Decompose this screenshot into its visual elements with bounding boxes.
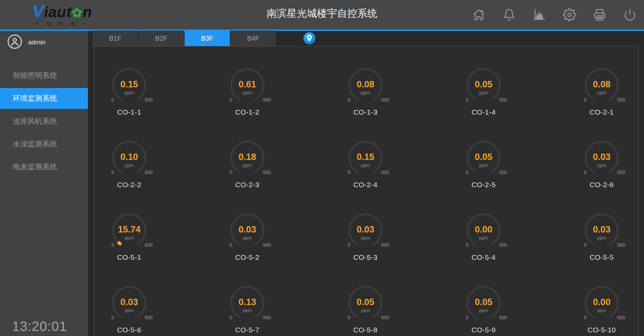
gauge-value: 0.03 xyxy=(593,224,611,235)
gauge-unit: ppm xyxy=(243,235,252,241)
sidebar: admin 智能照明系统环境监测系统送排风机系统水浸监测系统电表监测系统 13:… xyxy=(0,31,88,336)
tab-b3f[interactable]: B3F xyxy=(185,31,230,46)
gauge-label: CO-5-2 xyxy=(235,253,259,261)
gauge-label: CO-1-1 xyxy=(117,108,141,116)
gauge-unit: ppm xyxy=(479,163,488,168)
gauge-max-label: 500 xyxy=(381,242,389,248)
sidebar-item-1[interactable]: 智能照明系统 xyxy=(0,65,88,86)
gauge-dial: 0.03ppm0500 xyxy=(340,212,391,252)
gauge-unit: ppm xyxy=(479,235,488,241)
gauge-dial: 0.08ppm0500 xyxy=(340,67,391,107)
gauge-card: 0.15ppm0500CO-1-1 xyxy=(94,46,188,119)
gauge-min-label: 0 xyxy=(348,315,350,320)
sidebar-item-3[interactable]: 送排风机系统 xyxy=(0,111,88,132)
gauge-label: CO-5-3 xyxy=(353,253,378,261)
sidebar-item-5[interactable]: 电表监测系统 xyxy=(0,157,88,177)
user-avatar-icon xyxy=(7,34,22,50)
brand-logo: Viaut✿n 一 柏 悦 通 一 xyxy=(18,3,106,27)
main-content: B1FB2FB3FB4F 0.15ppm0500CO-1-10.61ppm050… xyxy=(88,31,644,336)
gauge-unit: ppm xyxy=(125,163,134,168)
gauge-card: 0.10ppm0500CO-2-2 xyxy=(94,119,188,192)
gauge-min-label: 0 xyxy=(111,242,114,248)
tab-b2f[interactable]: B2F xyxy=(139,31,184,46)
tab-b4f[interactable]: B4F xyxy=(231,31,276,46)
gauge-card: 0.05ppm0500CO-5-9 xyxy=(425,264,543,336)
gauge-value: 0.10 xyxy=(120,152,138,162)
gauge-dial: 0.61ppm0500 xyxy=(222,67,273,107)
gauge-card: 0.13ppm0500CO-5-7 xyxy=(188,264,306,336)
bell-icon[interactable] xyxy=(502,8,516,22)
gauge-dial: 0.05ppm0500 xyxy=(458,67,509,107)
gauge-dial: 0.05ppm0500 xyxy=(458,284,509,325)
settings-icon[interactable] xyxy=(563,8,576,22)
gauge-min-label: 0 xyxy=(466,97,468,102)
gauge-dial: 0.10ppm0500 xyxy=(104,139,154,179)
gauge-value: 0.08 xyxy=(357,79,375,89)
gauge-dial: 0.15ppm0500 xyxy=(104,67,154,107)
gauge-unit: ppm xyxy=(361,308,370,313)
gauge-card: 0.05ppm0500CO-1-4 xyxy=(425,46,543,119)
gauge-unit: ppm xyxy=(597,163,606,168)
gauge-dial: 0.03ppm0500 xyxy=(577,212,627,252)
gauge-value: 0.03 xyxy=(239,224,256,235)
gauge-unit: ppm xyxy=(479,308,488,313)
gauge-value: 0.05 xyxy=(475,152,493,162)
gauge-label: CO-5-10 xyxy=(588,326,616,334)
gauge-card: 0.61ppm0500CO-1-2 xyxy=(188,46,306,119)
gauge-dial: 0.18ppm0500 xyxy=(222,139,273,179)
gauge-value: 0.15 xyxy=(357,152,375,162)
gauge-max-label: 500 xyxy=(145,242,153,248)
gauge-label: CO-2-6 xyxy=(590,181,614,189)
chart-icon[interactable] xyxy=(533,8,546,22)
top-bar: Viaut✿n 一 柏 悦 通 一 南滨星光城楼宇自控系统 xyxy=(0,0,644,30)
gauge-label: CO-2-4 xyxy=(353,181,378,189)
gauge-min-label: 0 xyxy=(466,170,468,175)
gauge-unit: ppm xyxy=(361,90,370,95)
gauge-value: 0.18 xyxy=(239,152,256,162)
floor-tabs: B1FB2FB3FB4F xyxy=(93,31,276,46)
power-icon[interactable] xyxy=(623,8,637,22)
gauge-value: 0.15 xyxy=(120,79,138,89)
location-pin-icon[interactable] xyxy=(303,32,316,45)
gauge-grid: 0.15ppm0500CO-1-10.61ppm0500CO-1-20.08pp… xyxy=(94,46,639,336)
sidebar-item-4[interactable]: 水浸监测系统 xyxy=(0,134,88,155)
gauge-min-label: 0 xyxy=(111,170,114,175)
gauge-max-label: 500 xyxy=(617,242,625,248)
gauge-card: 0.03ppm0500CO-5-3 xyxy=(306,192,425,264)
gauge-max-label: 500 xyxy=(145,97,153,102)
page-title: 南滨星光城楼宇自控系统 xyxy=(267,7,378,20)
gauge-max-label: 500 xyxy=(381,170,389,175)
gauge-max-label: 500 xyxy=(263,170,271,175)
gauge-dial: 0.15ppm0500 xyxy=(340,139,391,179)
gauge-label: CO-1-4 xyxy=(472,108,496,116)
gauge-dial: 0.00ppm0500 xyxy=(577,284,627,325)
gauge-dial: 0.13ppm0500 xyxy=(222,284,273,325)
gauge-card: 0.18ppm0500CO-2-3 xyxy=(188,119,306,192)
gauge-label: CO-2-3 xyxy=(235,181,259,189)
home-icon[interactable] xyxy=(472,8,486,22)
gauge-max-label: 500 xyxy=(499,315,507,320)
gauge-label: CO-2-2 xyxy=(117,181,141,189)
gauge-min-label: 0 xyxy=(230,97,232,102)
gauge-value: 0.00 xyxy=(593,297,611,307)
gauge-label: CO-5-6 xyxy=(117,326,141,334)
gauge-card: 0.15ppm0500CO-2-4 xyxy=(306,119,425,192)
sidebar-item-2[interactable]: 环境监测系统 xyxy=(0,88,88,109)
gauge-card: 0.00ppm0500CO-5-10 xyxy=(543,264,639,336)
gauge-max-label: 500 xyxy=(617,170,625,175)
gauge-card: 0.03ppm0500CO-5-2 xyxy=(188,192,306,264)
gauge-unit: ppm xyxy=(361,163,370,168)
gauge-unit: ppm xyxy=(243,308,252,313)
printer-icon[interactable] xyxy=(593,8,606,22)
gauge-label: CO-5-5 xyxy=(590,253,614,261)
gauge-value: 0.00 xyxy=(475,224,493,235)
gauges-panel: 0.15ppm0500CO-1-10.61ppm0500CO-1-20.08pp… xyxy=(94,46,639,336)
gauge-unit: ppm xyxy=(243,163,252,168)
header-toolbar xyxy=(472,0,637,30)
gauge-dial: 0.05ppm0500 xyxy=(458,139,509,179)
tab-b1f[interactable]: B1F xyxy=(93,31,138,46)
gauge-value: 0.61 xyxy=(239,79,256,89)
gauge-value: 15.74 xyxy=(118,224,141,235)
gauge-dial: 0.05ppm0500 xyxy=(340,284,391,325)
gauge-max-label: 500 xyxy=(381,315,389,320)
